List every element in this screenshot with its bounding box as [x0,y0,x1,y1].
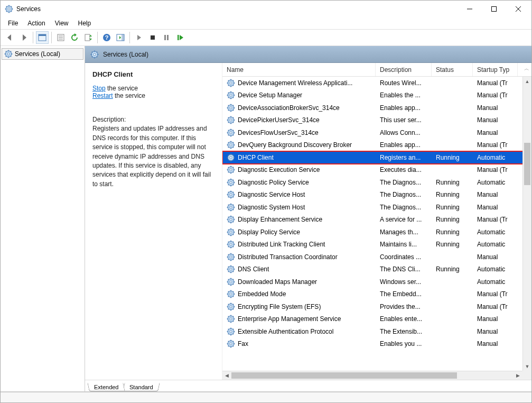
service-row[interactable]: Distributed Transaction CoordinatorCoord… [222,251,531,263]
service-row[interactable]: Diagnostic Service HostThe Diagnos...Run… [222,189,531,202]
show-hide-action-button[interactable] [114,31,127,44]
service-description: Registers an... [376,154,432,161]
forward-button[interactable] [17,31,30,44]
tree-services-local[interactable]: Services (Local) [2,48,83,60]
refresh-button[interactable] [68,31,81,44]
column-startup[interactable]: Startup Typ [473,63,518,76]
scroll-left-icon[interactable]: ◀ [222,373,231,378]
service-startup: Manual [473,116,518,124]
menu-view[interactable]: View [51,19,73,28]
scroll-up-hint: ︿ [524,65,529,72]
export-list-button[interactable] [82,31,95,44]
pause-service-button[interactable] [160,31,173,44]
service-description: The Diagnos... [376,191,432,198]
horizontal-scrollbar[interactable]: ◀ ▶ [222,371,522,380]
gear-icon [227,303,235,311]
svg-rect-20 [85,34,90,41]
service-row[interactable]: Display Policy ServiceManages th...Runni… [222,226,531,239]
menu-action[interactable]: Action [23,19,49,28]
service-name: DeviceAssociationBrokerSvc_314ce [238,104,340,112]
service-row[interactable]: Device Management Wireless Applicati...R… [222,77,531,89]
service-name: DevicesFlowUserSvc_314ce [238,129,319,136]
service-startup: Automatic [473,278,518,286]
service-startup: Automatic [473,154,518,161]
stop-service-button[interactable] [146,31,159,44]
gear-icon [227,215,235,224]
gear-icon [227,129,235,137]
service-description: Coordinates ... [376,253,432,261]
service-row[interactable]: DevQuery Background Discovery BrokerEnab… [222,139,531,152]
service-row[interactable]: DeviceAssociationBrokerSvc_314ceEnables … [222,102,531,114]
service-startup: Automatic [473,265,518,273]
service-row[interactable]: DevicesFlowUserSvc_314ceAllows Conn...Ma… [222,126,531,139]
list-header: Name Description Status Startup Typ ︿ [222,63,531,77]
menu-file[interactable]: File [4,19,22,28]
hscroll-thumb[interactable] [231,372,457,379]
column-status[interactable]: Status [432,63,473,76]
service-description: This user ser... [376,116,432,124]
minimize-button[interactable] [458,1,482,17]
gear-icon [227,340,235,348]
detail-service-name: DHCP Client [92,70,214,78]
service-name: Distributed Transaction Coordinator [238,253,338,261]
service-row[interactable]: Downloaded Maps ManagerWindows ser...Aut… [222,276,531,288]
column-name[interactable]: Name [222,63,376,76]
service-row[interactable]: Display Enhancement ServiceA service for… [222,214,531,226]
service-row[interactable]: Diagnostic System HostThe Diagnos...Runn… [222,201,531,214]
service-row[interactable]: Extensible Authentication ProtocolThe Ex… [222,325,531,338]
service-row[interactable]: Device Setup ManagerEnables the ...Manua… [222,89,531,102]
vertical-scrollbar[interactable]: ▲ ▼ [522,77,531,371]
stop-service-link[interactable]: Stop [92,85,106,92]
show-hide-tree-button[interactable] [36,31,49,44]
gear-icon [227,141,235,149]
service-name: DevicePickerUserSvc_314ce [238,116,320,124]
gear-icon [227,166,235,174]
list-body[interactable]: Device Management Wireless Applicati...R… [222,77,531,380]
service-row[interactable]: Distributed Link Tracking ClientMaintain… [222,239,531,251]
service-row[interactable]: DevicePickerUserSvc_314ceThis user ser..… [222,114,531,127]
service-name: Display Policy Service [238,228,300,236]
detail-pane: DHCP Client Stop the service Restart the… [85,63,222,380]
service-description: Manages th... [376,228,432,236]
svg-rect-27 [167,35,169,40]
properties-button[interactable] [54,31,67,44]
restart-service-button[interactable] [174,31,186,44]
help-button[interactable]: ? [100,31,113,44]
scroll-down-icon[interactable]: ▼ [523,362,531,371]
service-row[interactable]: DHCP ClientRegisters an...RunningAutomat… [222,151,531,164]
gear-icon [4,50,13,58]
column-description[interactable]: Description [376,63,432,76]
tab-extended[interactable]: Extended [87,383,125,391]
tab-strip: Extended Standard [85,380,531,391]
scroll-thumb[interactable] [524,143,530,185]
scroll-up-icon[interactable]: ▲ [523,77,531,86]
service-row[interactable]: Embedded ModeThe Embedd...Manual (Tr [222,288,531,301]
menu-help[interactable]: Help [74,19,96,28]
scroll-right-icon[interactable]: ▶ [514,373,522,378]
gear-icon [227,153,235,162]
service-startup: Manual [473,340,518,347]
service-row[interactable]: Diagnostic Execution ServiceExecutes dia… [222,164,531,177]
service-name: DNS Client [238,265,269,273]
start-service-button[interactable] [133,31,145,44]
svg-rect-28 [178,35,179,40]
service-description: The Embedd... [376,290,432,298]
statusbar [1,392,531,402]
service-row[interactable]: Enterprise App Management ServiceEnables… [222,313,531,326]
tree-item-label: Services (Local) [15,50,60,58]
close-button[interactable] [506,1,530,17]
tab-standard[interactable]: Standard [123,383,160,391]
service-row[interactable]: Diagnostic Policy ServiceThe Diagnos...R… [222,176,531,189]
service-startup: Manual (Tr [473,290,518,298]
back-button[interactable] [4,31,16,44]
service-row[interactable]: DNS ClientThe DNS Cli...RunningAutomatic [222,263,531,276]
service-status: Running [432,265,473,273]
service-row[interactable]: Encrypting File System (EFS)Provides the… [222,300,531,313]
gear-icon [227,278,235,286]
restart-service-link[interactable]: Restart [92,92,113,99]
service-name: Encrypting File System (EFS) [238,303,321,310]
maximize-button[interactable] [482,1,506,17]
svg-rect-11 [492,7,497,12]
service-row[interactable]: FaxEnables you ...Manual [222,338,531,351]
service-name: Fax [238,340,248,347]
